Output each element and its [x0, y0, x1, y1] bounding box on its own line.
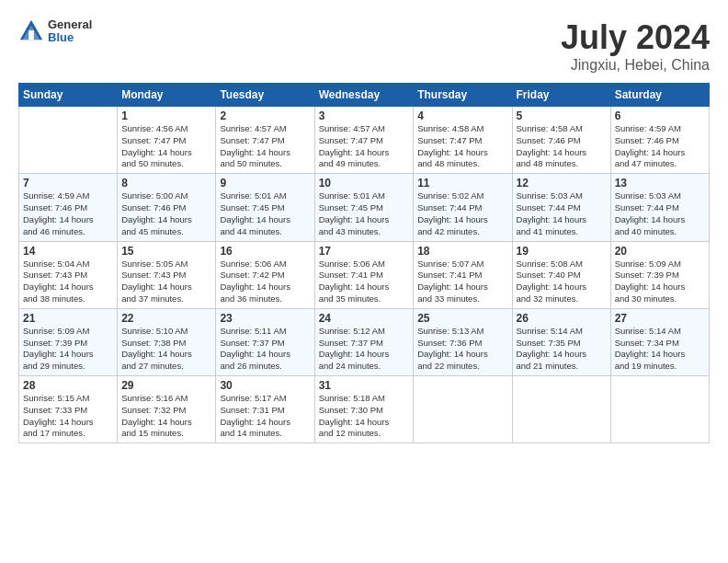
day-number: 15: [121, 245, 211, 258]
day-info: Sunrise: 5:00 AM Sunset: 7:46 PM Dayligh…: [121, 190, 211, 237]
calendar-cell: [19, 107, 118, 174]
day-info: Sunrise: 4:59 AM Sunset: 7:46 PM Dayligh…: [23, 190, 113, 237]
day-info: Sunrise: 4:58 AM Sunset: 7:46 PM Dayligh…: [517, 123, 607, 170]
title-block: July 2024 Jingxiu, Hebei, China: [561, 18, 710, 74]
day-info: Sunrise: 5:18 AM Sunset: 7:30 PM Dayligh…: [319, 393, 410, 440]
calendar-cell: 25Sunrise: 5:13 AM Sunset: 7:36 PM Dayli…: [414, 308, 512, 375]
day-number: 21: [23, 312, 113, 325]
calendar-cell: [414, 376, 512, 443]
day-info: Sunrise: 5:05 AM Sunset: 7:43 PM Dayligh…: [121, 259, 211, 305]
calendar-cell: 10Sunrise: 5:01 AM Sunset: 7:45 PM Dayli…: [314, 174, 414, 241]
header: General Blue July 2024 Jingxiu, Hebei, C…: [18, 18, 710, 74]
day-number: 28: [23, 379, 113, 392]
day-info: Sunrise: 5:14 AM Sunset: 7:34 PM Dayligh…: [615, 326, 705, 373]
week-row-1: 7Sunrise: 4:59 AM Sunset: 7:46 PM Daylig…: [19, 174, 710, 241]
calendar-cell: 12Sunrise: 5:03 AM Sunset: 7:44 PM Dayli…: [512, 174, 610, 241]
calendar-cell: 19Sunrise: 5:08 AM Sunset: 7:40 PM Dayli…: [512, 241, 610, 308]
day-info: Sunrise: 5:10 AM Sunset: 7:38 PM Dayligh…: [121, 326, 211, 373]
logo-text: General Blue: [48, 18, 92, 45]
day-info: Sunrise: 5:16 AM Sunset: 7:32 PM Dayligh…: [121, 393, 211, 440]
day-number: 3: [319, 109, 410, 122]
day-number: 12: [517, 177, 607, 190]
day-number: 4: [417, 109, 507, 122]
day-number: 31: [319, 379, 410, 392]
calendar-title: July 2024: [561, 18, 710, 57]
day-info: Sunrise: 5:13 AM Sunset: 7:36 PM Dayligh…: [417, 326, 507, 373]
day-info: Sunrise: 4:59 AM Sunset: 7:46 PM Dayligh…: [615, 123, 705, 170]
weekday-header-sunday: Sunday: [19, 84, 118, 107]
day-info: Sunrise: 5:17 AM Sunset: 7:31 PM Dayligh…: [220, 393, 310, 440]
day-info: Sunrise: 5:09 AM Sunset: 7:39 PM Dayligh…: [23, 326, 113, 373]
day-info: Sunrise: 5:11 AM Sunset: 7:37 PM Dayligh…: [220, 326, 310, 373]
day-info: Sunrise: 5:01 AM Sunset: 7:45 PM Dayligh…: [220, 190, 310, 237]
day-info: Sunrise: 5:14 AM Sunset: 7:35 PM Dayligh…: [517, 326, 607, 373]
day-info: Sunrise: 5:06 AM Sunset: 7:41 PM Dayligh…: [319, 259, 410, 305]
day-number: 5: [517, 109, 607, 122]
calendar-cell: [610, 376, 709, 443]
day-info: Sunrise: 4:56 AM Sunset: 7:47 PM Dayligh…: [121, 123, 211, 170]
calendar-cell: 8Sunrise: 5:00 AM Sunset: 7:46 PM Daylig…: [118, 174, 216, 241]
day-info: Sunrise: 5:01 AM Sunset: 7:45 PM Dayligh…: [319, 190, 410, 237]
calendar-cell: [512, 376, 610, 443]
calendar-subtitle: Jingxiu, Hebei, China: [561, 57, 710, 74]
calendar-cell: 15Sunrise: 5:05 AM Sunset: 7:43 PM Dayli…: [118, 241, 216, 308]
calendar-cell: 23Sunrise: 5:11 AM Sunset: 7:37 PM Dayli…: [216, 308, 314, 375]
day-number: 20: [615, 245, 705, 258]
day-info: Sunrise: 5:03 AM Sunset: 7:44 PM Dayligh…: [517, 190, 607, 237]
calendar-cell: 13Sunrise: 5:03 AM Sunset: 7:44 PM Dayli…: [610, 174, 709, 241]
week-row-3: 21Sunrise: 5:09 AM Sunset: 7:39 PM Dayli…: [19, 308, 710, 375]
day-info: Sunrise: 4:58 AM Sunset: 7:47 PM Dayligh…: [417, 123, 507, 170]
day-number: 9: [220, 177, 310, 190]
day-number: 6: [615, 109, 705, 122]
day-info: Sunrise: 5:12 AM Sunset: 7:37 PM Dayligh…: [319, 326, 410, 373]
day-info: Sunrise: 5:04 AM Sunset: 7:43 PM Dayligh…: [23, 259, 113, 305]
logo-icon: [18, 18, 44, 44]
day-number: 17: [319, 245, 410, 258]
day-info: Sunrise: 5:15 AM Sunset: 7:33 PM Dayligh…: [23, 393, 113, 440]
day-number: 2: [220, 109, 310, 122]
calendar-cell: 20Sunrise: 5:09 AM Sunset: 7:39 PM Dayli…: [610, 241, 709, 308]
calendar-cell: 26Sunrise: 5:14 AM Sunset: 7:35 PM Dayli…: [512, 308, 610, 375]
day-number: 10: [319, 177, 410, 190]
calendar-cell: 27Sunrise: 5:14 AM Sunset: 7:34 PM Dayli…: [610, 308, 709, 375]
calendar-cell: 22Sunrise: 5:10 AM Sunset: 7:38 PM Dayli…: [118, 308, 216, 375]
calendar-cell: 6Sunrise: 4:59 AM Sunset: 7:46 PM Daylig…: [610, 107, 709, 174]
calendar-cell: 24Sunrise: 5:12 AM Sunset: 7:37 PM Dayli…: [314, 308, 414, 375]
day-info: Sunrise: 5:06 AM Sunset: 7:42 PM Dayligh…: [220, 259, 310, 305]
day-number: 16: [220, 245, 310, 258]
calendar-cell: 5Sunrise: 4:58 AM Sunset: 7:46 PM Daylig…: [512, 107, 610, 174]
logo: General Blue: [18, 18, 92, 45]
day-number: 7: [23, 177, 113, 190]
week-row-4: 28Sunrise: 5:15 AM Sunset: 7:33 PM Dayli…: [19, 376, 710, 443]
weekday-header-tuesday: Tuesday: [216, 84, 314, 107]
day-number: 25: [417, 312, 507, 325]
day-number: 11: [417, 177, 507, 190]
day-number: 8: [121, 177, 211, 190]
weekday-header-monday: Monday: [118, 84, 216, 107]
calendar-cell: 29Sunrise: 5:16 AM Sunset: 7:32 PM Dayli…: [118, 376, 216, 443]
weekday-header-wednesday: Wednesday: [314, 84, 414, 107]
calendar-cell: 28Sunrise: 5:15 AM Sunset: 7:33 PM Dayli…: [19, 376, 118, 443]
weekday-header-row: SundayMondayTuesdayWednesdayThursdayFrid…: [19, 84, 710, 107]
calendar-cell: 7Sunrise: 4:59 AM Sunset: 7:46 PM Daylig…: [19, 174, 118, 241]
day-number: 24: [319, 312, 410, 325]
day-info: Sunrise: 5:09 AM Sunset: 7:39 PM Dayligh…: [615, 259, 705, 305]
calendar-cell: 2Sunrise: 4:57 AM Sunset: 7:47 PM Daylig…: [216, 107, 314, 174]
weekday-header-friday: Friday: [512, 84, 610, 107]
calendar-cell: 14Sunrise: 5:04 AM Sunset: 7:43 PM Dayli…: [19, 241, 118, 308]
calendar-cell: 18Sunrise: 5:07 AM Sunset: 7:41 PM Dayli…: [414, 241, 512, 308]
day-info: Sunrise: 5:02 AM Sunset: 7:44 PM Dayligh…: [417, 190, 507, 237]
calendar-cell: 21Sunrise: 5:09 AM Sunset: 7:39 PM Dayli…: [19, 308, 118, 375]
day-info: Sunrise: 5:08 AM Sunset: 7:40 PM Dayligh…: [517, 259, 607, 305]
calendar-cell: 4Sunrise: 4:58 AM Sunset: 7:47 PM Daylig…: [414, 107, 512, 174]
day-number: 14: [23, 245, 113, 258]
day-info: Sunrise: 5:03 AM Sunset: 7:44 PM Dayligh…: [615, 190, 705, 237]
week-row-0: 1Sunrise: 4:56 AM Sunset: 7:47 PM Daylig…: [19, 107, 710, 174]
page: General Blue July 2024 Jingxiu, Hebei, C…: [0, 0, 728, 563]
weekday-header-thursday: Thursday: [414, 84, 512, 107]
day-info: Sunrise: 4:57 AM Sunset: 7:47 PM Dayligh…: [319, 123, 410, 170]
calendar-cell: 1Sunrise: 4:56 AM Sunset: 7:47 PM Daylig…: [118, 107, 216, 174]
day-number: 27: [615, 312, 705, 325]
day-number: 19: [517, 245, 607, 258]
calendar-cell: 31Sunrise: 5:18 AM Sunset: 7:30 PM Dayli…: [314, 376, 414, 443]
